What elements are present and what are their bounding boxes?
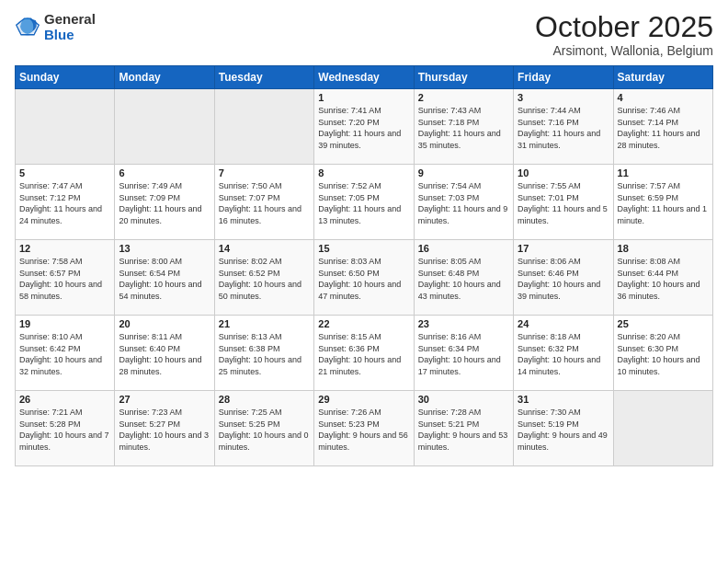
calendar-cell: 2Sunrise: 7:43 AMSunset: 7:18 PMDaylight… [414, 89, 513, 165]
calendar-cell: 20Sunrise: 8:11 AMSunset: 6:40 PMDayligh… [115, 316, 214, 391]
col-header-saturday: Saturday [613, 66, 712, 89]
calendar-cell: 18Sunrise: 8:08 AMSunset: 6:44 PMDayligh… [613, 240, 712, 316]
day-number: 11 [618, 167, 709, 178]
calendar-cell: 4Sunrise: 7:46 AMSunset: 7:14 PMDaylight… [613, 89, 712, 165]
day-number: 12 [19, 243, 110, 254]
week-row-3: 12Sunrise: 7:58 AMSunset: 6:57 PMDayligh… [16, 240, 713, 316]
location-subtitle: Arsimont, Wallonia, Belgium [535, 43, 713, 58]
cell-info: Sunrise: 8:10 AMSunset: 6:42 PMDaylight:… [19, 331, 110, 377]
calendar-cell: 11Sunrise: 7:57 AMSunset: 6:59 PMDayligh… [613, 165, 712, 240]
calendar-cell: 3Sunrise: 7:44 AMSunset: 7:16 PMDaylight… [514, 89, 613, 165]
col-header-wednesday: Wednesday [314, 66, 414, 89]
cell-info: Sunrise: 8:05 AMSunset: 6:48 PMDaylight:… [418, 256, 509, 302]
day-number: 15 [318, 243, 409, 254]
day-number: 3 [518, 92, 609, 103]
cell-info: Sunrise: 7:58 AMSunset: 6:57 PMDaylight:… [19, 256, 110, 302]
calendar-cell: 9Sunrise: 7:54 AMSunset: 7:03 PMDaylight… [414, 165, 513, 240]
calendar-cell: 26Sunrise: 7:21 AMSunset: 5:28 PMDayligh… [16, 391, 115, 466]
cell-info: Sunrise: 7:25 AMSunset: 5:25 PMDaylight:… [219, 407, 310, 453]
calendar-cell: 23Sunrise: 8:16 AMSunset: 6:34 PMDayligh… [414, 316, 513, 391]
day-number: 2 [418, 92, 509, 103]
cell-info: Sunrise: 7:47 AMSunset: 7:12 PMDaylight:… [19, 180, 110, 226]
header: General Blue October 2025 Arsimont, Wall… [15, 11, 713, 58]
logo-general: General [44, 11, 96, 27]
day-number: 8 [318, 167, 409, 178]
calendar-cell [214, 89, 313, 165]
day-number: 17 [518, 243, 609, 254]
day-number: 23 [418, 318, 509, 329]
week-row-1: 1Sunrise: 7:41 AMSunset: 7:20 PMDaylight… [16, 89, 713, 165]
calendar-cell: 19Sunrise: 8:10 AMSunset: 6:42 PMDayligh… [16, 316, 115, 391]
week-row-5: 26Sunrise: 7:21 AMSunset: 5:28 PMDayligh… [16, 391, 713, 466]
day-number: 25 [618, 318, 709, 329]
day-number: 26 [19, 394, 110, 405]
day-number: 4 [618, 92, 709, 103]
cell-info: Sunrise: 7:54 AMSunset: 7:03 PMDaylight:… [418, 180, 509, 226]
calendar-cell [16, 89, 115, 165]
calendar-cell: 30Sunrise: 7:28 AMSunset: 5:21 PMDayligh… [414, 391, 513, 466]
calendar-cell: 28Sunrise: 7:25 AMSunset: 5:25 PMDayligh… [214, 391, 313, 466]
cell-info: Sunrise: 7:44 AMSunset: 7:16 PMDaylight:… [518, 105, 609, 151]
calendar-cell: 27Sunrise: 7:23 AMSunset: 5:27 PMDayligh… [115, 391, 214, 466]
calendar-table: SundayMondayTuesdayWednesdayThursdayFrid… [15, 65, 713, 466]
calendar-cell: 17Sunrise: 8:06 AMSunset: 6:46 PMDayligh… [514, 240, 613, 316]
day-number: 16 [418, 243, 509, 254]
day-number: 24 [518, 318, 609, 329]
day-number: 22 [318, 318, 409, 329]
cell-info: Sunrise: 7:30 AMSunset: 5:19 PMDaylight:… [518, 407, 609, 453]
cell-info: Sunrise: 8:02 AMSunset: 6:52 PMDaylight:… [219, 256, 310, 302]
day-number: 6 [119, 167, 210, 178]
cell-info: Sunrise: 7:49 AMSunset: 7:09 PMDaylight:… [119, 180, 210, 226]
calendar-cell: 1Sunrise: 7:41 AMSunset: 7:20 PMDaylight… [314, 89, 414, 165]
cell-info: Sunrise: 8:11 AMSunset: 6:40 PMDaylight:… [119, 331, 210, 377]
calendar-cell: 29Sunrise: 7:26 AMSunset: 5:23 PMDayligh… [314, 391, 414, 466]
day-number: 5 [19, 167, 110, 178]
calendar-cell: 10Sunrise: 7:55 AMSunset: 7:01 PMDayligh… [514, 165, 613, 240]
col-header-tuesday: Tuesday [214, 66, 313, 89]
cell-info: Sunrise: 8:15 AMSunset: 6:36 PMDaylight:… [318, 331, 409, 377]
calendar-cell: 25Sunrise: 8:20 AMSunset: 6:30 PMDayligh… [613, 316, 712, 391]
cell-info: Sunrise: 7:50 AMSunset: 7:07 PMDaylight:… [219, 180, 310, 226]
cell-info: Sunrise: 7:57 AMSunset: 6:59 PMDaylight:… [618, 180, 709, 226]
day-number: 30 [418, 394, 509, 405]
day-number: 19 [19, 318, 110, 329]
cell-info: Sunrise: 8:08 AMSunset: 6:44 PMDaylight:… [618, 256, 709, 302]
cell-info: Sunrise: 8:18 AMSunset: 6:32 PMDaylight:… [518, 331, 609, 377]
col-header-monday: Monday [115, 66, 214, 89]
day-number: 27 [119, 394, 210, 405]
day-number: 20 [119, 318, 210, 329]
cell-info: Sunrise: 7:55 AMSunset: 7:01 PMDaylight:… [518, 180, 609, 226]
calendar-cell [115, 89, 214, 165]
day-number: 18 [618, 243, 709, 254]
cell-info: Sunrise: 8:16 AMSunset: 6:34 PMDaylight:… [418, 331, 509, 377]
col-header-sunday: Sunday [16, 66, 115, 89]
calendar-page: General Blue October 2025 Arsimont, Wall… [0, 0, 728, 563]
day-number: 14 [219, 243, 310, 254]
cell-info: Sunrise: 7:23 AMSunset: 5:27 PMDaylight:… [119, 407, 210, 453]
day-number: 29 [318, 394, 409, 405]
calendar-cell: 5Sunrise: 7:47 AMSunset: 7:12 PMDaylight… [16, 165, 115, 240]
cell-info: Sunrise: 8:00 AMSunset: 6:54 PMDaylight:… [119, 256, 210, 302]
day-number: 7 [219, 167, 310, 178]
calendar-cell: 8Sunrise: 7:52 AMSunset: 7:05 PMDaylight… [314, 165, 414, 240]
cell-info: Sunrise: 7:28 AMSunset: 5:21 PMDaylight:… [418, 407, 509, 453]
logo: General Blue [15, 11, 96, 43]
calendar-cell: 16Sunrise: 8:05 AMSunset: 6:48 PMDayligh… [414, 240, 513, 316]
day-number: 31 [518, 394, 609, 405]
cell-info: Sunrise: 8:13 AMSunset: 6:38 PMDaylight:… [219, 331, 310, 377]
cell-info: Sunrise: 8:06 AMSunset: 6:46 PMDaylight:… [518, 256, 609, 302]
calendar-cell: 6Sunrise: 7:49 AMSunset: 7:09 PMDaylight… [115, 165, 214, 240]
calendar-header-row: SundayMondayTuesdayWednesdayThursdayFrid… [16, 66, 713, 89]
calendar-cell: 24Sunrise: 8:18 AMSunset: 6:32 PMDayligh… [514, 316, 613, 391]
logo-text: General Blue [44, 11, 96, 43]
calendar-cell [613, 391, 712, 466]
week-row-2: 5Sunrise: 7:47 AMSunset: 7:12 PMDaylight… [16, 165, 713, 240]
logo-blue: Blue [44, 27, 96, 42]
week-row-4: 19Sunrise: 8:10 AMSunset: 6:42 PMDayligh… [16, 316, 713, 391]
cell-info: Sunrise: 7:21 AMSunset: 5:28 PMDaylight:… [19, 407, 110, 453]
cell-info: Sunrise: 7:41 AMSunset: 7:20 PMDaylight:… [318, 105, 409, 151]
calendar-cell: 7Sunrise: 7:50 AMSunset: 7:07 PMDaylight… [214, 165, 313, 240]
calendar-cell: 15Sunrise: 8:03 AMSunset: 6:50 PMDayligh… [314, 240, 414, 316]
cell-info: Sunrise: 7:46 AMSunset: 7:14 PMDaylight:… [618, 105, 709, 151]
calendar-cell: 31Sunrise: 7:30 AMSunset: 5:19 PMDayligh… [514, 391, 613, 466]
